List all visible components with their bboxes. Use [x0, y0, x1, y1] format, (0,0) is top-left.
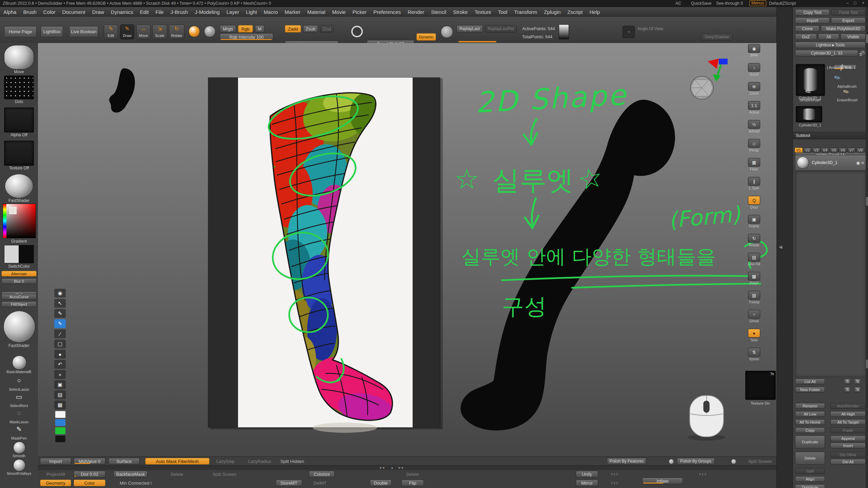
lazyradius-slider[interactable]: LazyRadius: [245, 458, 274, 465]
line-fill-button[interactable]: ▤Line Fill: [747, 253, 762, 267]
tab-v8[interactable]: V8: [856, 147, 865, 153]
rename-button[interactable]: Rename: [795, 403, 825, 409]
menu-alpha[interactable]: Alpha: [0, 7, 20, 17]
menu-preferences[interactable]: Preferences: [370, 7, 404, 17]
draw-mode-button[interactable]: ✎ Draw: [120, 24, 134, 39]
texture-on-thumb[interactable]: Te: [745, 371, 776, 400]
menu-color[interactable]: Color: [40, 7, 59, 17]
current-tool-slider[interactable]: Cylinder3D_1. 33: [795, 50, 858, 56]
all-to-home-button[interactable]: All To Home: [795, 419, 825, 425]
goz-visible-button[interactable]: Visible: [841, 34, 866, 40]
annotation-marker-icon[interactable]: ✎: [54, 319, 66, 328]
menu-material[interactable]: Material: [304, 7, 329, 17]
midvalue-slider[interactable]: MidValue 0: [74, 458, 105, 465]
insert-button[interactable]: Insert: [830, 443, 866, 448]
goz-all-button[interactable]: All: [818, 34, 839, 40]
tray-nav-right[interactable]: ►►: [398, 466, 404, 469]
paste-button[interactable]: Paste: [830, 427, 866, 433]
subtool-eye-icon[interactable]: ◉: [856, 160, 860, 165]
material-thumb[interactable]: [5, 174, 33, 198]
tab-v6[interactable]: V6: [839, 147, 847, 153]
mask-lasso-icon[interactable]: ◌: [14, 409, 24, 419]
aahalf-button[interactable]: ½AAHalf: [747, 120, 762, 134]
menu-marker[interactable]: Marker: [281, 7, 304, 17]
deep-shadow-slider[interactable]: DeepShadow: [701, 33, 732, 41]
polish-groups-toggle[interactable]: [731, 459, 736, 464]
dist-slider[interactable]: Dist 0.02: [74, 471, 105, 477]
menu-render[interactable]: Render: [404, 7, 428, 17]
actual-button[interactable]: 1:1Actual: [747, 101, 762, 115]
subtool-list-item[interactable]: Cylinder3D_1 ◉ ≡: [795, 155, 866, 170]
gravity-alpha-thumb[interactable]: [559, 24, 569, 39]
alpha-slot-thumb[interactable]: [4, 107, 34, 133]
import-mesh-button[interactable]: Import: [40, 458, 71, 465]
goz-button[interactable]: GoZ: [795, 34, 817, 40]
annotation-clear-icon[interactable]: ×: [54, 370, 66, 379]
storemt-button[interactable]: StoreMT: [276, 480, 302, 486]
replay-last-rel-button[interactable]: ReplayLastRel: [485, 25, 517, 33]
split-button[interactable]: Split: [795, 468, 825, 474]
all-high-button[interactable]: All High: [830, 411, 866, 417]
menu-light[interactable]: Light: [242, 7, 260, 17]
annotation-screenshot-icon[interactable]: ▣: [54, 380, 66, 389]
stroke-ring-icon[interactable]: [441, 26, 453, 38]
delmt-button[interactable]: DelMT: [309, 480, 331, 486]
split-hidden-button[interactable]: Split Hidden: [278, 458, 307, 465]
menu-macro[interactable]: Macro: [260, 7, 281, 17]
polyframe-button[interactable]: ▩PolyF: [747, 272, 762, 286]
blur-slider[interactable]: Blur 0: [1, 278, 37, 284]
min-connected-slider[interactable]: Min Connected l: [114, 480, 158, 486]
menu-transform[interactable]: Transform: [511, 7, 540, 17]
annotation-menu-icon[interactable]: ▤: [54, 390, 66, 399]
local-symmetry-button[interactable]: ∥L.Sym: [747, 177, 762, 191]
unify-button[interactable]: Unify: [576, 471, 598, 477]
export-button[interactable]: Export: [831, 17, 866, 24]
bpr-button[interactable]: ◉BPR: [747, 44, 762, 58]
color-cursor[interactable]: [9, 207, 17, 214]
annotation-board-icon[interactable]: ▦: [54, 401, 66, 409]
zadd-button[interactable]: Zadd: [285, 25, 301, 33]
inflate-slider[interactable]: Inflate: [642, 477, 683, 484]
annotation-pen-icon[interactable]: ✎: [54, 309, 66, 318]
subtool-header[interactable]: Subtool: [793, 132, 868, 139]
document-canvas[interactable]: 2D Shape ☆ 실루엣 ☆ (Form) 실루엣 안에 다양한 형태들을 …: [38, 43, 776, 456]
paint-sphere-icon[interactable]: [189, 26, 200, 37]
tab-v2[interactable]: V2: [803, 147, 812, 153]
menu-stencil[interactable]: Stencil: [428, 7, 450, 17]
subtool-list-icon[interactable]: ≡: [861, 160, 864, 165]
floor-button[interactable]: ▦Floor: [747, 158, 762, 172]
tray-nav-up[interactable]: ▲: [391, 466, 394, 469]
zsub-button[interactable]: Zsub: [303, 25, 318, 33]
autoreorder-button[interactable]: AutoReorder: [830, 403, 866, 409]
globe-icon[interactable]: [204, 26, 216, 37]
delete-row2b-button[interactable]: Delete: [401, 471, 424, 477]
spix-badge[interactable]: 2: [858, 52, 864, 57]
annotation-color-black[interactable]: [55, 435, 66, 443]
tray-divider-arrow[interactable]: ◀: [779, 244, 782, 249]
align-button[interactable]: Align: [795, 476, 825, 482]
alpha-brush-icon[interactable]: ✎: [833, 73, 843, 83]
color-tab-button[interactable]: Color: [74, 480, 105, 486]
ghost-button[interactable]: ○Ghost: [747, 310, 762, 324]
menu-texture[interactable]: Texture: [471, 7, 495, 17]
menu-file[interactable]: File: [152, 7, 167, 17]
annotation-color-white[interactable]: [55, 411, 66, 418]
qxyz-button[interactable]: QQxyz: [747, 196, 762, 210]
folder-up-down-button-1[interactable]: ⇅: [844, 387, 851, 392]
menus-toggle[interactable]: Menus: [749, 0, 766, 6]
tray-divider[interactable]: ◀: [776, 7, 793, 488]
menu-jmodeling[interactable]: J-Modeling: [191, 7, 223, 17]
edit-mode-button[interactable]: ✎ Edit: [104, 24, 118, 39]
del-all-button[interactable]: Del All: [830, 459, 866, 465]
colorize-button[interactable]: Colorize: [309, 471, 335, 477]
menu-draw[interactable]: Draw: [89, 7, 107, 17]
menu-zplugin[interactable]: Zplugin: [540, 7, 564, 17]
secondary-color-swatch[interactable]: [19, 245, 34, 263]
annotation-color-green[interactable]: [55, 427, 66, 434]
import-button[interactable]: Import: [795, 17, 830, 24]
tab-v4[interactable]: V4: [821, 147, 829, 153]
scale-mode-button[interactable]: ⇲ Scale: [152, 24, 167, 39]
main-color-swatch[interactable]: [4, 245, 19, 263]
inflate-xyz-toggles[interactable]: x y z: [699, 472, 706, 476]
right-tray-scrollbar[interactable]: [866, 7, 868, 488]
